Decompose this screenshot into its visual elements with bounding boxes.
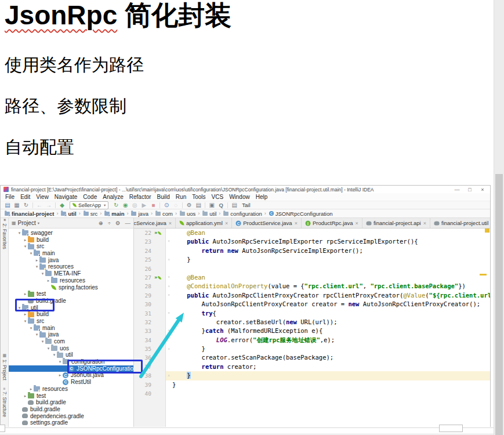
search-everywhere-icon[interactable]: ⊙ bbox=[162, 201, 171, 209]
tree-chevron[interactable]: ▾ bbox=[34, 331, 39, 338]
tree-row[interactable]: dependencies.gradle bbox=[9, 413, 133, 420]
tool-windows-icon[interactable]: ▣ bbox=[207, 201, 216, 209]
breadcrumb-item[interactable]: com › bbox=[155, 211, 179, 217]
fold-marker[interactable] bbox=[165, 362, 172, 371]
toolbar-icon[interactable] bbox=[227, 202, 228, 208]
tree-row[interactable]: ▾ swagger bbox=[9, 230, 133, 237]
fold-marker[interactable]: ▿ bbox=[165, 291, 172, 300]
fold-marker[interactable] bbox=[165, 336, 172, 345]
project-panel-title[interactable]: Project bbox=[18, 220, 36, 226]
fold-marker[interactable]: ▵ bbox=[165, 371, 172, 380]
toolbar-icon[interactable] bbox=[205, 202, 205, 208]
tab-close-icon[interactable]: × bbox=[169, 220, 172, 226]
breadcrumb-item[interactable]: uos › bbox=[179, 211, 202, 217]
toolbar-icon[interactable] bbox=[159, 202, 160, 208]
tree-chevron[interactable]: ▸ bbox=[28, 386, 34, 393]
tool-button-favorites[interactable]: ★ 2: Favorites bbox=[2, 218, 8, 249]
tree-row[interactable]: ▸ build bbox=[9, 237, 133, 244]
spring-bean-icon[interactable]: » bbox=[154, 230, 157, 235]
tab-close-icon[interactable]: × bbox=[423, 220, 426, 226]
breadcrumb-item[interactable]: C JSONRpcConfiguration bbox=[269, 211, 333, 217]
breadcrumb-item[interactable]: util › bbox=[202, 211, 223, 217]
breadcrumb-item[interactable]: src › bbox=[83, 211, 104, 217]
tree-row[interactable]: build.gradle bbox=[9, 406, 133, 413]
menu-item[interactable]: Build bbox=[154, 194, 173, 200]
project-structure-icon[interactable]: ▤ bbox=[194, 201, 203, 209]
tree-row[interactable]: ▾ META-INF bbox=[9, 270, 133, 277]
spring-bean-icon[interactable]: » bbox=[154, 275, 157, 280]
menu-item[interactable]: Analyze bbox=[100, 194, 126, 200]
fold-marker[interactable]: ▿ bbox=[165, 309, 172, 318]
save-icon[interactable]: ▦ bbox=[12, 201, 21, 209]
tree-chevron[interactable]: ▾ bbox=[28, 250, 34, 257]
toolbar-icon[interactable] bbox=[55, 202, 56, 208]
tree-chevron[interactable]: ▾ bbox=[28, 325, 34, 332]
menu-item[interactable]: Edit bbox=[17, 194, 33, 200]
close-button[interactable]: × bbox=[476, 187, 489, 193]
debug-icon[interactable]: ◉ bbox=[121, 201, 130, 209]
breadcrumb-item[interactable]: main › bbox=[104, 211, 130, 217]
tree-row[interactable]: ▾ resources bbox=[9, 263, 133, 270]
tree-chevron[interactable]: ▸ bbox=[23, 291, 28, 298]
tree-row[interactable]: ▸ resources bbox=[9, 277, 133, 284]
toolbar-icon[interactable] bbox=[182, 202, 183, 208]
collapse-all-icon[interactable]: ÷ bbox=[108, 220, 111, 226]
toolbar-icon[interactable] bbox=[32, 202, 33, 208]
tree-row[interactable]: ▾ util bbox=[9, 351, 133, 358]
settings-wrench-icon[interactable]: ⚙ bbox=[184, 201, 194, 209]
editor-tab[interactable]: financial-project.util × bbox=[430, 218, 490, 228]
fold-marker[interactable] bbox=[165, 318, 172, 327]
tree-row[interactable]: settings.gradle bbox=[9, 419, 133, 426]
document-scrollbar[interactable] bbox=[494, 0, 504, 435]
back-icon[interactable]: ← bbox=[35, 201, 44, 209]
build-hammer-icon[interactable]: ◆ bbox=[57, 201, 67, 209]
menu-item[interactable]: Code bbox=[80, 194, 100, 200]
fold-marker[interactable] bbox=[165, 389, 172, 398]
tree-row[interactable]: C RestUtil bbox=[9, 379, 133, 386]
tree-chevron[interactable]: ▾ bbox=[17, 230, 22, 237]
tree-chevron[interactable]: ▸ bbox=[34, 257, 39, 264]
stop-icon[interactable]: ■ bbox=[148, 201, 158, 209]
menu-item[interactable]: Window bbox=[226, 194, 253, 200]
fold-marker[interactable] bbox=[165, 229, 172, 237]
gear-icon[interactable]: ⚙ bbox=[115, 220, 121, 226]
tree-chevron[interactable]: ▾ bbox=[23, 318, 28, 325]
breadcrumb-item[interactable]: util › bbox=[60, 211, 82, 217]
tree-chevron[interactable]: ▾ bbox=[40, 338, 45, 345]
tab-close-icon[interactable]: × bbox=[225, 220, 228, 226]
open-icon[interactable]: ▤ bbox=[3, 201, 12, 209]
menu-item[interactable]: Tools bbox=[189, 194, 208, 200]
fold-marker[interactable] bbox=[165, 246, 172, 255]
tree-chevron[interactable]: ▸ bbox=[23, 237, 28, 244]
sync-icon[interactable]: ↻ bbox=[21, 201, 31, 209]
find-icon[interactable]: Q bbox=[216, 201, 226, 209]
profile-icon[interactable]: ▶ bbox=[139, 201, 148, 209]
forward-icon[interactable]: → bbox=[44, 201, 53, 209]
scrollbar-thumb[interactable] bbox=[495, 174, 503, 435]
editor-tab[interactable]: financial-project.api × bbox=[362, 218, 430, 228]
fold-marker[interactable] bbox=[165, 353, 172, 362]
menu-item[interactable]: Navigate bbox=[52, 194, 80, 200]
menu-item[interactable]: Run bbox=[173, 194, 189, 200]
tree-chevron[interactable]: ▾ bbox=[40, 270, 45, 277]
tree-chevron[interactable]: ▸ bbox=[57, 372, 63, 379]
tree-row[interactable]: ▾ src bbox=[9, 318, 133, 325]
tool-button-structure[interactable]: ≡ 7: Structure bbox=[2, 387, 8, 417]
tail-plugin-icon[interactable]: ▤ bbox=[230, 201, 239, 209]
tree-row[interactable]: ▸ resources bbox=[9, 386, 133, 393]
tree-chevron[interactable]: ▸ bbox=[23, 393, 28, 400]
minimize-button[interactable]: — bbox=[451, 187, 463, 193]
tree-row[interactable]: build.gradle bbox=[9, 399, 133, 406]
fold-marker[interactable] bbox=[165, 264, 172, 273]
breadcrumb-item[interactable]: configuration › bbox=[223, 211, 268, 217]
tree-row[interactable]: ▾ main bbox=[9, 250, 133, 257]
hide-panel-icon[interactable]: — bbox=[125, 220, 131, 226]
tree-row[interactable]: ▾ src bbox=[9, 243, 133, 250]
tree-chevron[interactable]: ▸ bbox=[23, 311, 28, 318]
tree-row[interactable]: ▸ build bbox=[9, 311, 133, 318]
editor-tab[interactable]: I ProductRpc.java × bbox=[302, 218, 362, 228]
locate-icon[interactable]: ⊕ bbox=[99, 220, 103, 226]
tree-row[interactable]: ▾ com bbox=[9, 338, 133, 345]
menu-item[interactable]: Help bbox=[253, 194, 271, 200]
recent-files-icon[interactable]: ◌ bbox=[171, 201, 180, 209]
